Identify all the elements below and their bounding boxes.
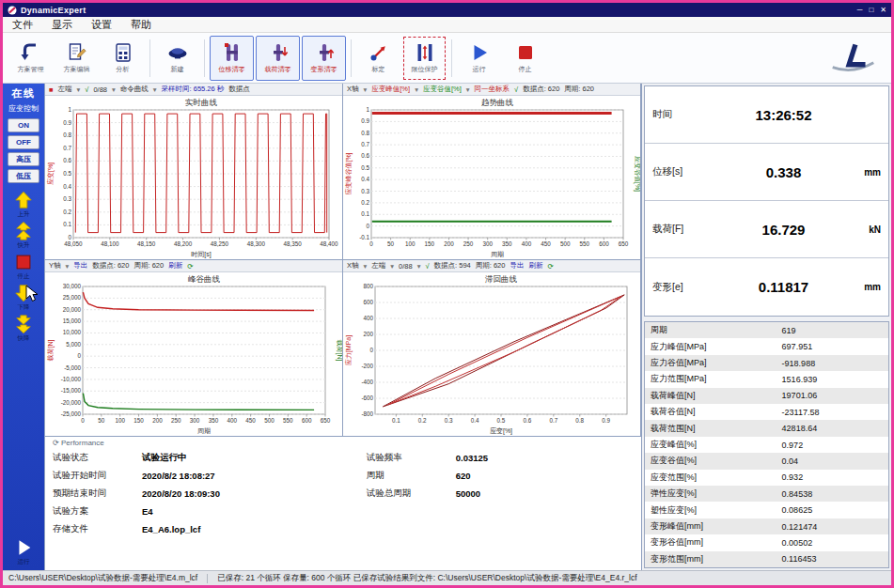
svg-text:550: 550: [283, 417, 293, 424]
brand-logo: [825, 39, 880, 77]
jog-up-fast-button[interactable]: 快升: [13, 221, 34, 248]
chart-realtime-header-item[interactable]: ▾: [112, 85, 116, 94]
svg-text:50: 50: [98, 417, 105, 424]
chart-trend-header-item[interactable]: X轴: [347, 85, 359, 94]
control-sidebar: 在线 应变控制 ONOFF高压低压 上升快升停止下降快降运行: [3, 84, 44, 570]
chart-realtime-header-item[interactable]: √: [85, 85, 88, 94]
control-mode-label: 应变控制: [8, 103, 39, 114]
scheme-manage-button[interactable]: 方案管理: [8, 36, 53, 81]
svg-text:0: 0: [366, 223, 369, 229]
chart-hysteresis-header-item[interactable]: 左端: [371, 261, 385, 271]
menu-item-settings[interactable]: 设置: [91, 18, 112, 32]
perf-value: 试验运行中: [142, 452, 187, 464]
sidebar-button-on[interactable]: ON: [8, 118, 39, 132]
svg-text:载荷[N]: 载荷[N]: [336, 340, 342, 362]
readout-value: 0.338: [713, 164, 855, 180]
strain-zero-icon: [313, 41, 336, 64]
close-button[interactable]: ✕: [880, 6, 886, 14]
sidebar-button-hp[interactable]: 高压: [8, 152, 39, 166]
chart-realtime-header-item[interactable]: ▾: [153, 85, 157, 94]
jog-halt-button[interactable]: 停止: [13, 252, 34, 279]
chart-realtime-header-item[interactable]: 命令曲线: [120, 85, 149, 94]
svg-text:350: 350: [502, 240, 512, 247]
chart-hysteresis-header-item[interactable]: ▾: [364, 262, 368, 271]
load-zero-button[interactable]: 载荷清零: [256, 36, 300, 81]
chart-peak-valley-header: Y轴▾导出数据点: 620周期: 620刷新⟳: [45, 260, 342, 272]
chart-hysteresis-header-item[interactable]: X轴: [347, 261, 359, 271]
chart-hysteresis-header-item[interactable]: 刷新: [528, 261, 542, 271]
minimize-button[interactable]: ─: [857, 6, 863, 14]
chart-peak-valley-header-item[interactable]: 刷新: [168, 261, 182, 271]
calibrate-button[interactable]: 标定: [356, 36, 400, 81]
chart-trend-header-item[interactable]: √: [514, 85, 518, 94]
chart-hysteresis-header-item[interactable]: ▾: [417, 262, 421, 271]
chart-hysteresis-header-item[interactable]: √: [425, 262, 429, 271]
chart-trend-header-item[interactable]: ▾: [466, 85, 470, 94]
svg-text:0: 0: [369, 240, 373, 247]
disp-zero-button[interactable]: 位移清零: [210, 36, 254, 81]
window-title: DynamicExpert: [21, 6, 86, 15]
run-label: 运行: [473, 65, 486, 74]
sidebar-button-off[interactable]: OFF: [8, 135, 39, 149]
svg-text:0.1: 0.1: [361, 210, 369, 217]
maximize-button[interactable]: □: [869, 6, 873, 14]
chart-realtime-header-item[interactable]: 左端: [58, 85, 72, 94]
svg-text:0.9: 0.9: [361, 117, 369, 124]
svg-text:48,050: 48,050: [64, 240, 83, 247]
chart-hysteresis-header-item[interactable]: 导出: [510, 261, 524, 271]
perf-value: 0.03125: [456, 453, 488, 463]
result-name: 变形范围[mm]: [651, 553, 782, 565]
limit-protect-button[interactable]: 限位保护: [402, 36, 447, 81]
result-name: 载荷峰值[N]: [651, 390, 782, 402]
svg-text:0: 0: [68, 234, 71, 240]
chart-hysteresis-header-item[interactable]: ▾: [390, 262, 394, 271]
chart-hysteresis: X轴▾左端▾0/88▾√数据点: 594周期: 620导出刷新⟳80060040…: [343, 260, 641, 437]
result-row: 载荷范围[N]42818.64: [645, 420, 888, 436]
scheme-edit-button[interactable]: 方案编辑: [55, 36, 99, 81]
perf-label: 试验开始时间: [53, 470, 142, 482]
menu-item-view[interactable]: 显示: [52, 18, 72, 32]
chart-hysteresis-header: X轴▾左端▾0/88▾√数据点: 594周期: 620导出刷新⟳: [343, 260, 640, 272]
svg-text:应变[%]: 应变[%]: [46, 162, 55, 185]
readout-row: 载荷[F]16.729kN: [645, 201, 888, 258]
chart-peak-valley-header-item[interactable]: ⟳: [187, 262, 193, 271]
stop-button[interactable]: 停止: [503, 36, 547, 81]
svg-text:0.4: 0.4: [361, 176, 369, 182]
perf-row: 周期620: [367, 467, 488, 485]
online-status: 在线: [11, 86, 36, 101]
chart-peak-valley-header-item[interactable]: Y轴: [49, 261, 61, 271]
menu-item-file[interactable]: 文件: [12, 18, 33, 32]
chart-realtime-plot: 00.10.20.30.40.50.60.70.80.9148,05048,10…: [45, 96, 342, 259]
menu-item-help[interactable]: 帮助: [131, 18, 151, 32]
new-button[interactable]: 新建: [155, 36, 199, 81]
svg-text:0.3: 0.3: [63, 195, 71, 202]
chart-trend-header-item[interactable]: ▾: [415, 85, 418, 94]
svg-text:时间[s]: 时间[s]: [191, 251, 211, 258]
result-name: 应变范围[%]: [651, 472, 782, 484]
chart-realtime-header-item[interactable]: 0/88: [93, 85, 107, 94]
result-value: 0.00502: [782, 538, 883, 548]
svg-text:0.5: 0.5: [497, 417, 506, 424]
svg-text:0.5: 0.5: [63, 170, 71, 177]
jog-start-button[interactable]: 运行: [13, 537, 34, 565]
chart-peak-valley-header-item[interactable]: 导出: [73, 261, 87, 271]
chart-hysteresis-header-item[interactable]: 0/88: [399, 262, 413, 271]
chart-peak-valley-header-item[interactable]: ▾: [66, 262, 70, 271]
chart-trend-header-item[interactable]: 应变峰值[%]: [371, 85, 410, 94]
result-row: 载荷谷值[N]-23117.58: [645, 404, 888, 420]
result-value: -23117.58: [782, 408, 883, 417]
chart-trend-header-item[interactable]: ▾: [364, 85, 368, 94]
strain-zero-button[interactable]: 变形清零: [302, 36, 346, 81]
jog-down-fast-button[interactable]: 快降: [13, 314, 34, 341]
chart-trend-header-item[interactable]: 应变谷值[%]: [423, 85, 462, 94]
analyze-button[interactable]: 分析: [101, 36, 145, 81]
readout-value: 0.11817: [713, 279, 855, 295]
run-button[interactable]: 运行: [457, 36, 501, 81]
svg-text:滞回曲线: 滞回曲线: [485, 274, 518, 284]
perf-value: 2020/8/20 18:09:30: [142, 488, 220, 499]
jog-up-button[interactable]: 上升: [13, 190, 34, 217]
chart-realtime-header-item[interactable]: ▾: [77, 85, 81, 94]
chart-hysteresis-header-item[interactable]: ⟳: [547, 262, 553, 271]
readout-label: 时间: [652, 108, 713, 121]
sidebar-button-lp[interactable]: 低压: [8, 169, 39, 183]
